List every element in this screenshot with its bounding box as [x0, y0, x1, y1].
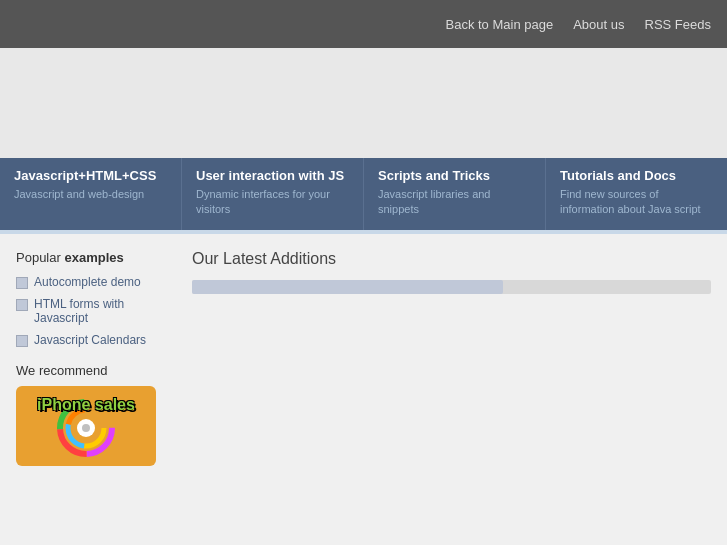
nav-cat-javascript-title: Javascript+HTML+CSS	[14, 168, 167, 183]
nav-cat-scripts-desc: Javascript libraries and snippets	[378, 187, 531, 218]
content-area: Our Latest Additions	[192, 250, 711, 466]
autocomplete-demo-link[interactable]: Autocomplete demo	[34, 275, 141, 289]
nav-cat-tutorials[interactable]: Tutorials and Docs Find new sources of i…	[546, 158, 727, 230]
nav-cat-scripts[interactable]: Scripts and Tricks Javascript libraries …	[364, 158, 546, 230]
nav-cat-user-interaction-title: User interaction with JS	[196, 168, 349, 183]
list-item: Autocomplete demo	[16, 275, 176, 289]
popular-examples-heading: Popular examples	[16, 250, 176, 265]
loading-bar	[192, 280, 711, 294]
about-us-link[interactable]: About us	[573, 17, 624, 32]
nav-cat-tutorials-title: Tutorials and Docs	[560, 168, 713, 183]
we-recommend-heading: We recommend	[16, 363, 176, 378]
nav-cat-javascript-desc: Javascript and web-design	[14, 187, 167, 202]
rss-feeds-link[interactable]: RSS Feeds	[645, 17, 711, 32]
loading-bar-fill	[192, 280, 503, 294]
nav-cat-tutorials-desc: Find new sources of information about Ja…	[560, 187, 713, 218]
nav-cat-javascript[interactable]: Javascript+HTML+CSS Javascript and web-d…	[0, 158, 182, 230]
back-to-main-link[interactable]: Back to Main page	[446, 17, 554, 32]
iphone-sales-label: iPhone sales	[26, 396, 146, 414]
iphone-sales-banner[interactable]: iPhone sales	[16, 386, 156, 466]
nav-cat-user-interaction-desc: Dynamic interfaces for your visitors	[196, 187, 349, 218]
javascript-calendars-link[interactable]: Javascript Calendars	[34, 333, 146, 347]
main-content: Popular examples Autocomplete demo HTML …	[0, 234, 727, 482]
nav-cat-scripts-title: Scripts and Tricks	[378, 168, 531, 183]
checkbox-icon	[16, 277, 28, 289]
nav-cat-user-interaction[interactable]: User interaction with JS Dynamic interfa…	[182, 158, 364, 230]
topbar: Back to Main page About us RSS Feeds	[0, 0, 727, 48]
checkbox-icon	[16, 299, 28, 311]
svg-point-7	[82, 424, 90, 432]
nav-categories: Javascript+HTML+CSS Javascript and web-d…	[0, 158, 727, 230]
latest-additions-title: Our Latest Additions	[192, 250, 711, 268]
sidebar: Popular examples Autocomplete demo HTML …	[16, 250, 176, 466]
banner-area	[0, 48, 727, 158]
list-item: HTML forms with Javascript	[16, 297, 176, 325]
list-item: Javascript Calendars	[16, 333, 176, 347]
html-forms-link[interactable]: HTML forms with Javascript	[34, 297, 176, 325]
checkbox-icon	[16, 335, 28, 347]
